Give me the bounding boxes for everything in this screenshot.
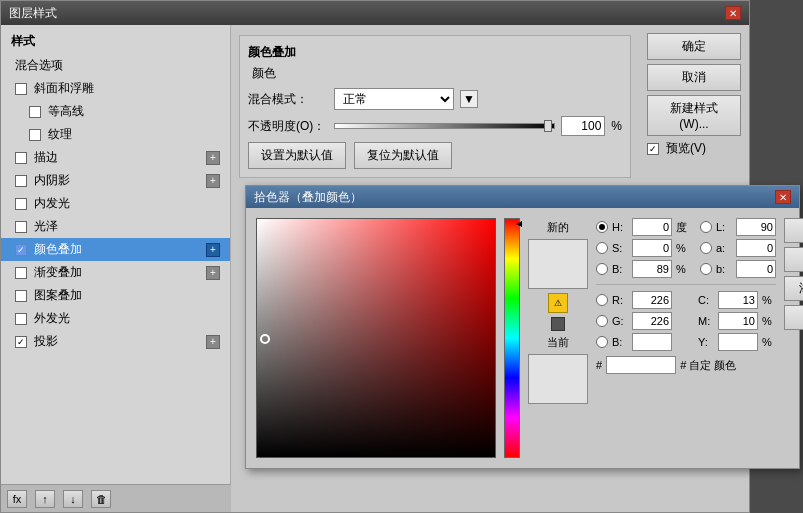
Y-input[interactable]: [718, 333, 758, 351]
a-input[interactable]: [736, 239, 776, 257]
add-effect-button[interactable]: ↑: [35, 490, 55, 508]
C-unit: %: [762, 294, 776, 306]
color-picker-close-button[interactable]: ✕: [775, 190, 791, 204]
B-input[interactable]: [632, 260, 672, 278]
preview-row: 预览(V): [647, 140, 741, 157]
H-input[interactable]: [632, 218, 672, 236]
new-style-button[interactable]: 新建样式(W)...: [647, 95, 741, 136]
checkbox-neiyin[interactable]: [15, 175, 27, 187]
checkbox-jibian[interactable]: [15, 267, 27, 279]
sidebar-item-maobian[interactable]: 描边 +: [1, 146, 230, 169]
checkbox-touying[interactable]: [15, 336, 27, 348]
plus-touying[interactable]: +: [206, 335, 220, 349]
sidebar-label-wafa: 外发光: [34, 310, 70, 327]
cancel-button[interactable]: 取消: [647, 64, 741, 91]
B-radio[interactable]: [596, 263, 608, 275]
plus-jibian[interactable]: +: [206, 266, 220, 280]
opacity-input[interactable]: [561, 116, 605, 136]
sidebar-item-yanse[interactable]: 颜色叠加 +: [1, 238, 230, 261]
b-input[interactable]: [736, 260, 776, 278]
hue-bar[interactable]: [504, 218, 520, 458]
color-gradient-area[interactable]: [256, 218, 496, 458]
B2-row: B: Y: %: [596, 333, 776, 351]
plus-maobian[interactable]: +: [206, 151, 220, 165]
checkbox-wafa[interactable]: [15, 313, 27, 325]
opacity-slider-track[interactable]: [334, 123, 555, 129]
sidebar-section-title: 样式: [1, 29, 230, 54]
B-row: B: % b:: [596, 260, 776, 278]
sidebar-label-tuan: 图案叠加: [34, 287, 82, 304]
G-radio[interactable]: [596, 315, 608, 327]
move-down-button[interactable]: ↓: [63, 490, 83, 508]
L-input[interactable]: [736, 218, 776, 236]
checkbox-wenli[interactable]: [29, 129, 41, 141]
fx-button[interactable]: fx: [7, 490, 27, 508]
main-title-bar: 图层样式 ✕: [1, 1, 749, 25]
G-row: G: M: %: [596, 312, 776, 330]
preview-section: 新的 ⚠ 当前: [528, 220, 588, 458]
plus-neiyin[interactable]: +: [206, 174, 220, 188]
cp-cancel-button[interactable]: 取消: [784, 247, 803, 272]
sidebar-item-neiyin[interactable]: 内阴影 +: [1, 169, 230, 192]
a-label: a:: [716, 242, 732, 254]
ok-button[interactable]: 确定: [647, 33, 741, 60]
color-picker-title: 拾色器（叠加颜色）: [254, 189, 362, 206]
checkbox-maobian[interactable]: [15, 152, 27, 164]
hex-input[interactable]: [606, 356, 676, 374]
checkbox-tuan[interactable]: [15, 290, 27, 302]
sidebar-item-xiemian[interactable]: 斜面和浮雕: [1, 77, 230, 100]
sidebar-label-jibian: 渐变叠加: [34, 264, 82, 281]
sidebar: 样式 混合选项 斜面和浮雕 等高线: [1, 25, 231, 512]
M-label: M:: [698, 315, 714, 327]
cp-add-palette-button[interactable]: 添加到色板: [784, 276, 803, 301]
checkbox-xiemian[interactable]: [15, 83, 27, 95]
sidebar-item-wenli[interactable]: 纹理: [1, 123, 230, 146]
gamut-small-box: [551, 317, 565, 331]
R-radio[interactable]: [596, 294, 608, 306]
hex-description: # 自定 颜色: [680, 358, 736, 373]
cp-ok-button[interactable]: 确定: [784, 218, 803, 243]
H-radio[interactable]: [596, 221, 608, 233]
sidebar-item-wafa[interactable]: 外发光: [1, 307, 230, 330]
blend-mode-select[interactable]: 正常: [334, 88, 454, 110]
B2-radio[interactable]: [596, 336, 608, 348]
opacity-slider-thumb[interactable]: [544, 120, 552, 132]
reset-default-button[interactable]: 复位为默认值: [354, 142, 452, 169]
color-picker-body: 新的 ⚠ 当前 H: 度 L: S:: [246, 208, 799, 468]
C-input[interactable]: [718, 291, 758, 309]
a-radio[interactable]: [700, 242, 712, 254]
checkbox-neifa[interactable]: [15, 198, 27, 210]
cp-color-library-button[interactable]: 颜色库: [784, 305, 803, 330]
sidebar-item-denggao[interactable]: 等高线: [1, 100, 230, 123]
checkbox-denggao[interactable]: [29, 106, 41, 118]
S-unit: %: [676, 242, 690, 254]
new-label: 新的: [547, 220, 569, 235]
main-close-button[interactable]: ✕: [725, 6, 741, 20]
B2-label: B:: [612, 336, 628, 348]
L-radio[interactable]: [700, 221, 712, 233]
hue-slider[interactable]: [502, 221, 522, 227]
M-input[interactable]: [718, 312, 758, 330]
sidebar-item-guangze[interactable]: 光泽: [1, 215, 230, 238]
checkbox-guangze[interactable]: [15, 221, 27, 233]
sidebar-label-guangze: 光泽: [34, 218, 58, 235]
sidebar-item-jibian[interactable]: 渐变叠加 +: [1, 261, 230, 284]
sidebar-item-neifa[interactable]: 内发光: [1, 192, 230, 215]
G-input[interactable]: [632, 312, 672, 330]
preview-checkbox[interactable]: [647, 143, 659, 155]
S-input[interactable]: [632, 239, 672, 257]
set-default-button[interactable]: 设置为默认值: [248, 142, 346, 169]
plus-yanse[interactable]: +: [206, 243, 220, 257]
sidebar-item-tuan[interactable]: 图案叠加: [1, 284, 230, 307]
color-values-section: H: 度 L: S: % a: B:: [596, 218, 776, 458]
sidebar-item-hunhe[interactable]: 混合选项: [1, 54, 230, 77]
checkbox-yanse[interactable]: [15, 244, 27, 256]
sidebar-item-touying[interactable]: 投影 +: [1, 330, 230, 353]
blend-mode-label: 混合模式：: [248, 91, 328, 108]
S-radio[interactable]: [596, 242, 608, 254]
B2-input[interactable]: [632, 333, 672, 351]
delete-button[interactable]: 🗑: [91, 490, 111, 508]
B-unit: %: [676, 263, 690, 275]
b-radio[interactable]: [700, 263, 712, 275]
R-input[interactable]: [632, 291, 672, 309]
